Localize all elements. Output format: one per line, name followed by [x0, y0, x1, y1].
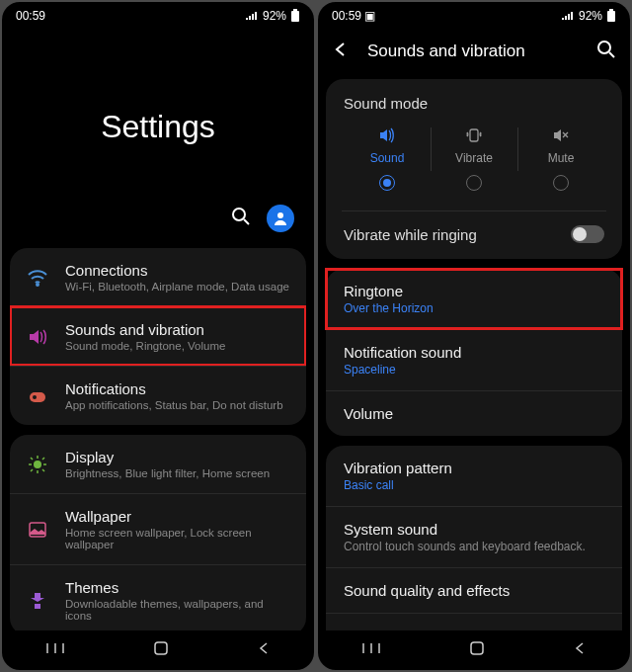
search-row — [2, 205, 314, 248]
row-system-sound[interactable]: System soundControl touch sounds and key… — [326, 506, 622, 567]
phone-settings: 00:59 92% Settings ConnectionsWi-Fi, Blu… — [2, 2, 314, 670]
battery-icon — [290, 9, 300, 23]
page-title: Settings — [2, 30, 314, 205]
row-vibration-pattern[interactable]: Vibration patternBasic call — [326, 446, 622, 506]
svg-rect-5 — [30, 392, 45, 402]
search-icon[interactable] — [596, 40, 616, 63]
recents-icon[interactable] — [361, 641, 381, 659]
svg-rect-1 — [293, 9, 297, 11]
vibration-panel: Vibration patternBasic callSystem soundC… — [326, 446, 622, 630]
settings-item-display[interactable]: DisplayBrightness, Blue light filter, Ho… — [10, 435, 306, 493]
nav-bar — [2, 630, 314, 670]
status-bar: 00:59 ▣ 92% — [318, 2, 630, 30]
radio-icon — [379, 175, 395, 191]
settings-item-connections[interactable]: ConnectionsWi-Fi, Bluetooth, Airplane mo… — [10, 248, 306, 306]
radio-icon — [466, 175, 482, 191]
svg-point-3 — [277, 212, 283, 218]
status-time: 00:59 — [332, 9, 361, 23]
back-icon[interactable] — [573, 641, 587, 659]
svg-rect-0 — [291, 11, 299, 22]
svg-rect-9 — [155, 642, 167, 654]
home-icon[interactable] — [469, 640, 485, 660]
mode-vibrate[interactable]: Vibrate — [431, 126, 517, 197]
row-separate-app-sound[interactable]: Separate app sound — [326, 613, 622, 630]
settings-item-notifications[interactable]: NotificationsApp notifications, Status b… — [10, 366, 306, 425]
settings-item-sounds-and-vibration[interactable]: Sounds and vibrationSound mode, Ringtone… — [10, 306, 306, 366]
sound-mode-panel: Sound mode SoundVibrateMute Vibrate whil… — [326, 79, 622, 259]
settings-item-wallpaper[interactable]: WallpaperHome screen wallpaper, Lock scr… — [10, 493, 306, 564]
appbar: Sounds and vibration — [318, 30, 630, 73]
theme-icon — [26, 589, 49, 613]
settings-item-themes[interactable]: ThemesDownloadable themes, wallpapers, a… — [10, 564, 306, 630]
back-icon[interactable] — [332, 41, 350, 62]
battery-icon — [606, 9, 616, 23]
toggle-off[interactable] — [571, 225, 604, 243]
display-icon — [26, 453, 49, 476]
mode-sound[interactable]: Sound — [344, 126, 431, 197]
row-ringtone[interactable]: RingtoneOver the Horizon — [326, 269, 622, 329]
vibrate-while-ringing-row[interactable]: Vibrate while ringing — [344, 211, 604, 243]
battery-pct: 92% — [263, 9, 286, 23]
sound-modes: SoundVibrateMute — [344, 126, 604, 197]
status-time: 00:59 — [16, 9, 45, 23]
svg-rect-10 — [607, 11, 615, 22]
appbar-title: Sounds and vibration — [367, 42, 579, 61]
row-volume[interactable]: Volume — [326, 390, 622, 436]
wall-icon — [26, 518, 49, 542]
back-icon[interactable] — [257, 641, 271, 659]
notif-icon — [26, 384, 49, 408]
svg-rect-14 — [471, 642, 483, 654]
phone-sounds: 00:59 ▣ 92% Sounds and vibration Sound m… — [318, 2, 630, 670]
svg-point-12 — [598, 42, 610, 53]
svg-rect-13 — [470, 129, 478, 141]
svg-point-4 — [37, 284, 39, 286]
content: Sound mode SoundVibrateMute Vibrate whil… — [318, 73, 630, 630]
sound-icon — [26, 325, 49, 349]
row-sound-quality-and-effects[interactable]: Sound quality and effects — [326, 567, 622, 613]
status-bar: 00:59 92% — [2, 2, 314, 30]
signal-icon — [561, 11, 575, 21]
screenshot-icon: ▣ — [364, 9, 375, 23]
svg-point-6 — [33, 395, 37, 399]
search-icon[interactable] — [231, 207, 251, 230]
mode-mute[interactable]: Mute — [517, 126, 604, 197]
wifi-icon — [26, 266, 49, 290]
home-icon[interactable] — [153, 640, 169, 660]
radio-icon — [553, 175, 569, 191]
recents-icon[interactable] — [45, 641, 65, 659]
settings-list: ConnectionsWi-Fi, Bluetooth, Airplane mo… — [2, 248, 314, 630]
profile-icon[interactable] — [267, 205, 294, 232]
battery-pct: 92% — [579, 9, 602, 23]
svg-rect-11 — [609, 9, 613, 11]
sound-mode-label: Sound mode — [344, 95, 604, 112]
row-notification-sound[interactable]: Notification soundSpaceline — [326, 329, 622, 390]
ringtone-panel: RingtoneOver the HorizonNotification sou… — [326, 269, 622, 436]
svg-point-7 — [34, 461, 41, 468]
svg-point-2 — [233, 209, 245, 220]
nav-bar — [318, 630, 630, 670]
signal-icon — [245, 11, 259, 21]
